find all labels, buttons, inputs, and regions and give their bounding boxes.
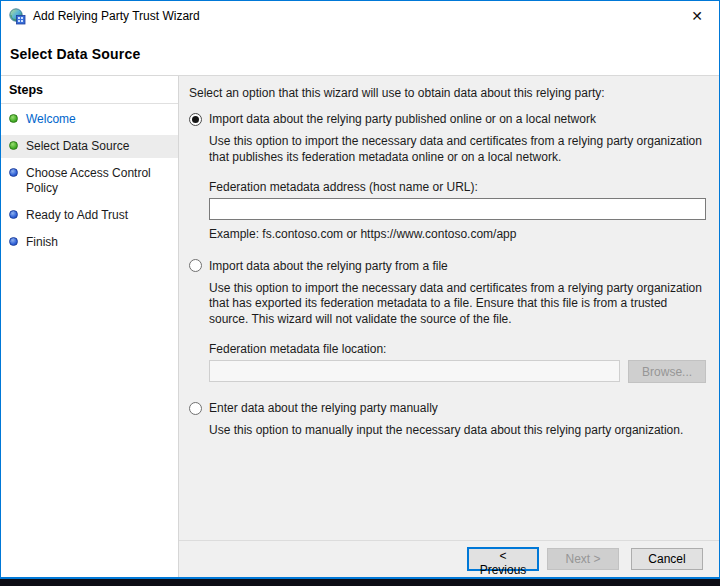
main-panel: Select an option that this wizard will u… xyxy=(179,76,719,577)
option-description: Use this option to import the necessary … xyxy=(209,134,706,166)
radio-label: Import data about the relying party from… xyxy=(209,259,448,273)
close-icon[interactable]: ✕ xyxy=(683,7,711,25)
sidebar-item-finish[interactable]: Finish xyxy=(1,231,178,254)
example-text: Example: fs.contoso.com or https://www.c… xyxy=(209,227,706,241)
cancel-button[interactable]: Cancel xyxy=(631,548,703,570)
federation-metadata-file-input[interactable] xyxy=(209,360,620,382)
steps-sidebar: Steps Welcome Select Data Source Choose … xyxy=(1,76,179,577)
federation-metadata-address-input[interactable] xyxy=(209,198,706,220)
adfs-wizard-icon xyxy=(9,8,26,25)
next-button[interactable]: Next > xyxy=(547,548,619,570)
browse-button[interactable]: Browse... xyxy=(628,360,706,383)
wizard-header: Select Data Source xyxy=(1,31,719,76)
wizard-window: Add Relying Party Trust Wizard ✕ Select … xyxy=(0,0,720,579)
previous-button[interactable]: < Previous xyxy=(467,547,539,571)
titlebar: Add Relying Party Trust Wizard ✕ xyxy=(1,1,719,31)
radio-unselected-icon xyxy=(189,402,202,415)
step-label: Select Data Source xyxy=(26,139,172,154)
sidebar-item-welcome[interactable]: Welcome xyxy=(1,108,178,131)
page-title: Select Data Source xyxy=(10,46,140,62)
sidebar-item-choose-access-control-policy[interactable]: Choose Access Control Policy xyxy=(1,162,178,200)
step-done-bullet-icon xyxy=(9,141,18,150)
desktop-background: Add Relying Party Trust Wizard ✕ Select … xyxy=(0,0,720,586)
option-description: Use this option to manually input the ne… xyxy=(209,423,706,439)
step-done-bullet-icon xyxy=(9,114,18,123)
step-label: Finish xyxy=(26,235,172,250)
step-pending-bullet-icon xyxy=(9,168,18,177)
radio-label: Import data about the relying party publ… xyxy=(209,112,596,126)
desktop-strip xyxy=(0,579,720,586)
sidebar-item-select-data-source[interactable]: Select Data Source xyxy=(1,135,178,158)
metadata-address-label: Federation metadata address (host name o… xyxy=(209,180,706,194)
radio-label: Enter data about the relying party manua… xyxy=(209,401,438,415)
main-content: Select an option that this wizard will u… xyxy=(179,76,719,540)
intro-text: Select an option that this wizard will u… xyxy=(189,86,706,100)
radio-unselected-icon xyxy=(189,259,202,272)
wizard-body: Steps Welcome Select Data Source Choose … xyxy=(1,76,719,577)
option-description: Use this option to import the necessary … xyxy=(209,281,706,328)
wizard-footer: < Previous Next > Cancel xyxy=(179,540,719,577)
step-pending-bullet-icon xyxy=(9,237,18,246)
steps-heading: Steps xyxy=(1,76,178,104)
step-label: Ready to Add Trust xyxy=(26,208,172,223)
radio-selected-icon xyxy=(189,113,202,126)
radio-enter-manually[interactable]: Enter data about the relying party manua… xyxy=(189,401,706,415)
step-label: Welcome xyxy=(26,112,172,127)
metadata-file-label: Federation metadata file location: xyxy=(209,342,706,356)
sidebar-item-ready-to-add-trust[interactable]: Ready to Add Trust xyxy=(1,204,178,227)
step-pending-bullet-icon xyxy=(9,210,18,219)
radio-import-from-file[interactable]: Import data about the relying party from… xyxy=(189,259,706,273)
radio-import-online[interactable]: Import data about the relying party publ… xyxy=(189,112,706,126)
window-title: Add Relying Party Trust Wizard xyxy=(33,9,200,23)
step-label: Choose Access Control Policy xyxy=(26,166,172,196)
